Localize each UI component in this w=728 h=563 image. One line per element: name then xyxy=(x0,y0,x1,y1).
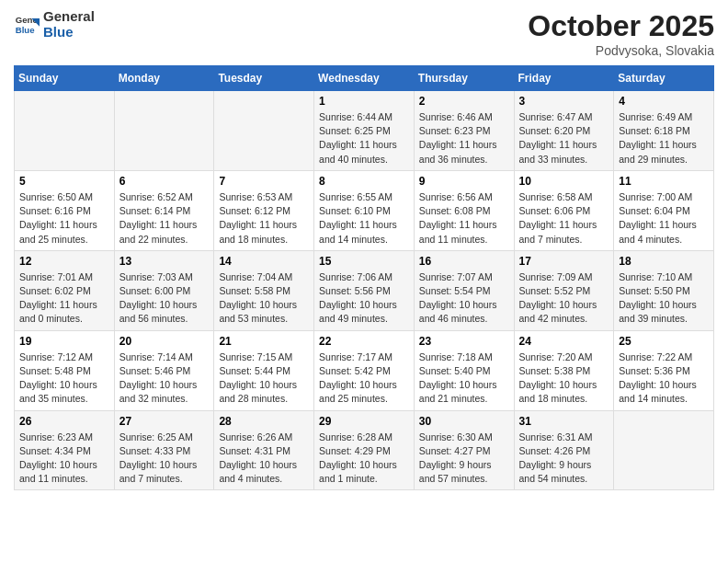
day-number: 20 xyxy=(119,335,210,348)
day-info: Sunrise: 6:26 AMSunset: 4:31 PMDaylight:… xyxy=(219,431,309,487)
calendar-cell: 13Sunrise: 7:03 AMSunset: 6:00 PMDayligh… xyxy=(114,250,214,330)
day-number: 7 xyxy=(219,175,309,188)
day-number: 2 xyxy=(419,95,509,108)
day-number: 13 xyxy=(119,255,210,268)
day-info: Sunrise: 7:07 AMSunset: 5:54 PMDaylight:… xyxy=(419,270,509,327)
day-info: Sunrise: 6:50 AMSunset: 6:16 PMDaylight:… xyxy=(19,190,109,247)
day-number: 8 xyxy=(319,175,409,188)
calendar-cell: 5Sunrise: 6:50 AMSunset: 6:16 PMDaylight… xyxy=(15,170,115,250)
day-info: Sunrise: 7:15 AMSunset: 5:44 PMDaylight:… xyxy=(219,350,309,407)
day-number: 28 xyxy=(219,415,309,428)
day-info: Sunrise: 6:58 AMSunset: 6:06 PMDaylight:… xyxy=(519,190,609,247)
weekday-header: Thursday xyxy=(414,66,514,91)
day-info: Sunrise: 6:25 AMSunset: 4:33 PMDaylight:… xyxy=(119,431,210,487)
calendar-cell: 29Sunrise: 6:28 AMSunset: 4:29 PMDayligh… xyxy=(314,410,415,490)
day-info: Sunrise: 7:04 AMSunset: 5:58 PMDaylight:… xyxy=(219,270,309,327)
calendar-cell: 17Sunrise: 7:09 AMSunset: 5:52 PMDayligh… xyxy=(514,250,614,330)
day-number: 14 xyxy=(219,255,309,268)
day-number: 5 xyxy=(19,175,109,188)
day-info: Sunrise: 6:47 AMSunset: 6:20 PMDaylight:… xyxy=(519,110,609,167)
logo: General Blue General Blue xyxy=(14,9,95,40)
calendar-week-row: 1Sunrise: 6:44 AMSunset: 6:25 PMDaylight… xyxy=(15,91,714,171)
day-info: Sunrise: 7:00 AMSunset: 6:04 PMDaylight:… xyxy=(619,190,709,247)
calendar-cell xyxy=(214,91,314,171)
weekday-header-row: SundayMondayTuesdayWednesdayThursdayFrid… xyxy=(15,66,714,91)
day-number: 18 xyxy=(619,255,709,268)
calendar-cell xyxy=(614,410,714,490)
logo-icon: General Blue xyxy=(14,12,40,38)
day-info: Sunrise: 7:14 AMSunset: 5:46 PMDaylight:… xyxy=(119,350,210,407)
logo-line1: General xyxy=(43,9,95,25)
calendar-cell: 11Sunrise: 7:00 AMSunset: 6:04 PMDayligh… xyxy=(614,170,714,250)
calendar-cell: 8Sunrise: 6:55 AMSunset: 6:10 PMDaylight… xyxy=(314,170,415,250)
day-info: Sunrise: 7:09 AMSunset: 5:52 PMDaylight:… xyxy=(519,270,609,327)
calendar-week-row: 19Sunrise: 7:12 AMSunset: 5:48 PMDayligh… xyxy=(15,330,714,410)
day-info: Sunrise: 6:23 AMSunset: 4:34 PMDaylight:… xyxy=(19,431,109,487)
calendar-cell: 4Sunrise: 6:49 AMSunset: 6:18 PMDaylight… xyxy=(614,91,714,171)
day-number: 1 xyxy=(319,95,409,108)
day-number: 27 xyxy=(119,415,210,428)
calendar-cell: 9Sunrise: 6:56 AMSunset: 6:08 PMDaylight… xyxy=(414,170,514,250)
day-number: 15 xyxy=(319,255,409,268)
calendar-cell: 22Sunrise: 7:17 AMSunset: 5:42 PMDayligh… xyxy=(314,330,415,410)
calendar-cell: 10Sunrise: 6:58 AMSunset: 6:06 PMDayligh… xyxy=(514,170,614,250)
day-number: 31 xyxy=(519,415,609,428)
day-info: Sunrise: 6:30 AMSunset: 4:27 PMDaylight:… xyxy=(419,431,509,487)
day-info: Sunrise: 6:46 AMSunset: 6:23 PMDaylight:… xyxy=(419,110,509,167)
calendar-cell: 25Sunrise: 7:22 AMSunset: 5:36 PMDayligh… xyxy=(614,330,714,410)
day-info: Sunrise: 7:12 AMSunset: 5:48 PMDaylight:… xyxy=(19,350,109,407)
day-number: 25 xyxy=(619,335,709,348)
calendar-cell: 24Sunrise: 7:20 AMSunset: 5:38 PMDayligh… xyxy=(514,330,614,410)
day-info: Sunrise: 7:01 AMSunset: 6:02 PMDaylight:… xyxy=(19,270,109,327)
calendar-cell xyxy=(114,91,214,171)
day-info: Sunrise: 7:20 AMSunset: 5:38 PMDaylight:… xyxy=(519,350,609,407)
day-info: Sunrise: 6:31 AMSunset: 4:26 PMDaylight:… xyxy=(519,431,609,487)
day-info: Sunrise: 7:10 AMSunset: 5:50 PMDaylight:… xyxy=(619,270,709,327)
day-info: Sunrise: 6:56 AMSunset: 6:08 PMDaylight:… xyxy=(419,190,509,247)
day-number: 22 xyxy=(319,335,409,348)
month-title: October 2025 xyxy=(528,9,714,43)
calendar-cell: 19Sunrise: 7:12 AMSunset: 5:48 PMDayligh… xyxy=(15,330,115,410)
day-number: 17 xyxy=(519,255,609,268)
calendar-cell: 27Sunrise: 6:25 AMSunset: 4:33 PMDayligh… xyxy=(114,410,214,490)
day-number: 6 xyxy=(119,175,210,188)
day-info: Sunrise: 7:22 AMSunset: 5:36 PMDaylight:… xyxy=(619,350,709,407)
day-info: Sunrise: 6:55 AMSunset: 6:10 PMDaylight:… xyxy=(319,190,409,247)
calendar-cell: 15Sunrise: 7:06 AMSunset: 5:56 PMDayligh… xyxy=(314,250,415,330)
calendar-cell: 14Sunrise: 7:04 AMSunset: 5:58 PMDayligh… xyxy=(214,250,314,330)
day-info: Sunrise: 7:03 AMSunset: 6:00 PMDaylight:… xyxy=(119,270,210,327)
day-number: 10 xyxy=(519,175,609,188)
calendar-cell: 12Sunrise: 7:01 AMSunset: 6:02 PMDayligh… xyxy=(15,250,115,330)
calendar-cell: 7Sunrise: 6:53 AMSunset: 6:12 PMDaylight… xyxy=(214,170,314,250)
calendar-week-row: 26Sunrise: 6:23 AMSunset: 4:34 PMDayligh… xyxy=(15,410,714,490)
weekday-header: Saturday xyxy=(614,66,714,91)
day-number: 11 xyxy=(619,175,709,188)
day-info: Sunrise: 6:52 AMSunset: 6:14 PMDaylight:… xyxy=(119,190,210,247)
calendar-cell: 30Sunrise: 6:30 AMSunset: 4:27 PMDayligh… xyxy=(414,410,514,490)
calendar-table: SundayMondayTuesdayWednesdayThursdayFrid… xyxy=(14,65,714,490)
weekday-header: Friday xyxy=(514,66,614,91)
calendar-cell: 28Sunrise: 6:26 AMSunset: 4:31 PMDayligh… xyxy=(214,410,314,490)
day-info: Sunrise: 7:17 AMSunset: 5:42 PMDaylight:… xyxy=(319,350,409,407)
calendar-cell: 21Sunrise: 7:15 AMSunset: 5:44 PMDayligh… xyxy=(214,330,314,410)
calendar-week-row: 12Sunrise: 7:01 AMSunset: 6:02 PMDayligh… xyxy=(15,250,714,330)
calendar-cell: 1Sunrise: 6:44 AMSunset: 6:25 PMDaylight… xyxy=(314,91,415,171)
weekday-header: Sunday xyxy=(15,66,115,91)
location: Podvysoka, Slovakia xyxy=(528,43,714,58)
logo-line2: Blue xyxy=(43,25,95,40)
day-number: 3 xyxy=(519,95,609,108)
weekday-header: Tuesday xyxy=(214,66,314,91)
day-number: 19 xyxy=(19,335,109,348)
title-block: October 2025 Podvysoka, Slovakia xyxy=(528,9,714,58)
day-info: Sunrise: 6:49 AMSunset: 6:18 PMDaylight:… xyxy=(619,110,709,167)
day-number: 4 xyxy=(619,95,709,108)
day-number: 23 xyxy=(419,335,509,348)
calendar-cell: 2Sunrise: 6:46 AMSunset: 6:23 PMDaylight… xyxy=(414,91,514,171)
calendar-cell: 16Sunrise: 7:07 AMSunset: 5:54 PMDayligh… xyxy=(414,250,514,330)
calendar-cell: 23Sunrise: 7:18 AMSunset: 5:40 PMDayligh… xyxy=(414,330,514,410)
calendar-cell: 31Sunrise: 6:31 AMSunset: 4:26 PMDayligh… xyxy=(514,410,614,490)
day-number: 16 xyxy=(419,255,509,268)
calendar-cell: 26Sunrise: 6:23 AMSunset: 4:34 PMDayligh… xyxy=(15,410,115,490)
day-number: 12 xyxy=(19,255,109,268)
calendar-cell xyxy=(15,91,115,171)
